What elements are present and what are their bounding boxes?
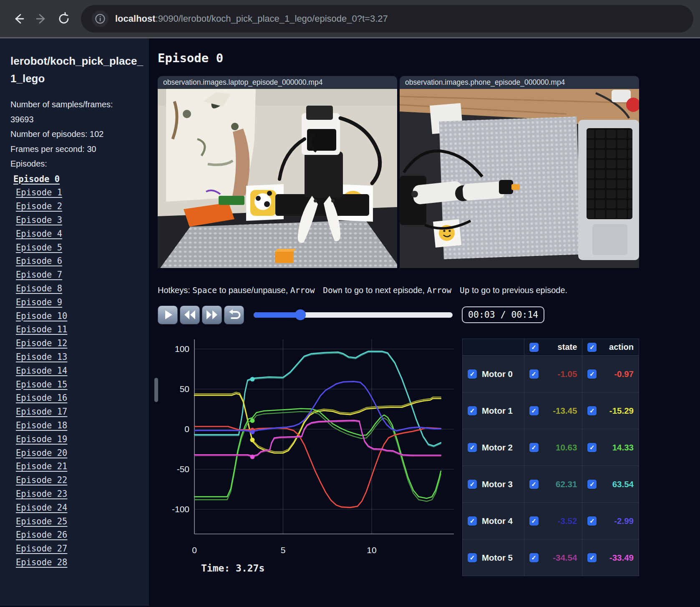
episode-link[interactable]: Episode 27	[16, 544, 67, 554]
episode-link[interactable]: Episode 10	[16, 311, 67, 321]
action-value: -2.99	[614, 516, 634, 526]
person	[166, 89, 256, 202]
chart-time-label: Time: 3.27s	[201, 563, 264, 574]
forward-button[interactable]	[30, 8, 53, 30]
episode-link[interactable]: Episode 18	[16, 420, 67, 430]
checkbox-motor-5-action[interactable]: ✓	[587, 553, 597, 562]
episode-link[interactable]: Episode 26	[16, 530, 67, 540]
site-info-icon[interactable]	[92, 10, 108, 27]
video-phone[interactable]	[400, 89, 639, 268]
video-seek-slider[interactable]	[254, 312, 453, 318]
action-value: -0.97	[614, 369, 634, 379]
episode-link[interactable]: Episode 0	[13, 174, 60, 184]
checkbox-motor-0[interactable]: ✓	[468, 369, 477, 379]
episode-link[interactable]: Episode 28	[16, 557, 67, 567]
sidebar-item-episode-22: Episode 22	[10, 473, 145, 487]
state-value: 62.31	[556, 479, 577, 489]
checkbox-motor-1-action[interactable]: ✓	[587, 406, 597, 415]
sidebar-item-episode-13: Episode 13	[10, 350, 145, 364]
url-bar[interactable]: localhost:9090/lerobot/koch_pick_place_1…	[81, 5, 693, 33]
episode-link[interactable]: Episode 23	[16, 489, 67, 499]
motor-label: Motor 4	[482, 516, 513, 526]
checkbox-motor-1-state[interactable]: ✓	[529, 406, 539, 415]
svg-text:10: 10	[367, 545, 376, 555]
fast-forward-icon	[205, 309, 219, 321]
reload-button[interactable]	[53, 8, 75, 30]
state-value: -13.45	[553, 406, 577, 416]
laptop	[578, 120, 639, 260]
sidebar-item-episode-24: Episode 24	[10, 501, 145, 515]
checkbox-motor-3[interactable]: ✓	[468, 480, 477, 489]
hotkeys-help: Hotkeys: Space to pause/unpause, Arrow D…	[158, 286, 700, 295]
checkbox-motor-4[interactable]: ✓	[468, 516, 477, 526]
chart-canvas[interactable]: 100500-50-1000510Time: 3.27s	[158, 328, 456, 585]
episode-link[interactable]: Episode 19	[16, 434, 67, 444]
checkbox-motor-1[interactable]: ✓	[468, 406, 477, 415]
episode-link[interactable]: Episode 20	[16, 448, 67, 458]
sidebar-item-episode-11: Episode 11	[10, 323, 145, 336]
checkbox-motor-2[interactable]: ✓	[468, 443, 477, 452]
svg-text:0: 0	[184, 424, 189, 434]
action-value: -33.49	[609, 553, 634, 563]
checkbox-motor-2-state[interactable]: ✓	[529, 443, 539, 452]
back-button[interactable]	[8, 8, 30, 30]
sidebar: lerobot/koch_pick_place_1_lego Number of…	[0, 38, 149, 606]
hotkey-key: Arrow Up	[427, 286, 470, 295]
checkbox-motor-4-action[interactable]: ✓	[587, 516, 597, 526]
scrollbar-thumb[interactable]	[154, 378, 158, 402]
checkbox-motor-2-action[interactable]: ✓	[587, 443, 597, 452]
checkbox-column-action[interactable]: ✓	[587, 343, 597, 352]
table-row-motor-5: ✓Motor 5✓-34.54✓-33.49	[463, 539, 639, 576]
episode-link[interactable]: Episode 15	[16, 379, 67, 389]
hotkey-text: to go to previous episode.	[469, 286, 567, 295]
episode-link[interactable]: Episode 6	[16, 256, 62, 266]
episode-link[interactable]: Episode 25	[16, 516, 67, 526]
sidebar-item-episode-7: Episode 7	[10, 268, 145, 282]
slider-fill	[254, 312, 300, 318]
episode-link[interactable]: Episode 3	[16, 215, 62, 225]
episode-link[interactable]: Episode 16	[16, 393, 67, 403]
checkbox-motor-5[interactable]: ✓	[468, 553, 477, 562]
checkbox-motor-4-state[interactable]: ✓	[529, 516, 539, 526]
video-laptop[interactable]	[158, 89, 397, 268]
episode-link[interactable]: Episode 21	[16, 461, 67, 471]
slider-thumb[interactable]	[295, 309, 306, 320]
sidebar-item-episode-0: Episode 0	[10, 172, 145, 186]
play-button[interactable]	[158, 306, 178, 324]
checkbox-motor-0-state[interactable]: ✓	[529, 369, 539, 379]
rewind-button[interactable]	[180, 306, 200, 324]
episode-link[interactable]: Episode 13	[16, 352, 67, 362]
episode-link[interactable]: Episode 5	[16, 243, 62, 253]
motor-label: Motor 3	[482, 479, 513, 489]
checkbox-motor-5-state[interactable]: ✓	[529, 553, 539, 562]
episode-link[interactable]: Episode 12	[16, 338, 67, 348]
motor-table: ✓state✓action✓Motor 0✓-1.05✓-0.97✓Motor …	[462, 339, 639, 576]
sidebar-item-episode-19: Episode 19	[10, 432, 145, 446]
episode-link[interactable]: Episode 4	[16, 229, 62, 239]
episode-link[interactable]: Episode 24	[16, 503, 67, 513]
fast-forward-button[interactable]	[202, 306, 222, 324]
episode-link[interactable]: Episode 14	[16, 366, 67, 376]
episode-link[interactable]: Episode 9	[16, 297, 62, 307]
checkbox-column-state[interactable]: ✓	[529, 343, 539, 352]
sidebar-item-episode-26: Episode 26	[10, 528, 145, 542]
episode-link[interactable]: Episode 11	[16, 324, 67, 334]
episode-link[interactable]: Episode 1	[16, 187, 62, 197]
loop-button[interactable]	[224, 306, 244, 324]
episode-link[interactable]: Episode 17	[16, 407, 67, 417]
svg-text:50: 50	[180, 384, 189, 394]
episode-link[interactable]: Episode 2	[16, 201, 62, 211]
sidebar-item-episode-4: Episode 4	[10, 227, 145, 241]
action-value: 63.54	[612, 479, 634, 489]
episode-link[interactable]: Episode 22	[16, 475, 67, 485]
table-row-motor-4: ✓Motor 4✓-3.52✓-2.99	[463, 503, 639, 539]
episode-link[interactable]: Episode 7	[16, 270, 62, 280]
url-text[interactable]: localhost:9090/lerobot/koch_pick_place_1…	[115, 13, 388, 24]
checkbox-motor-3-action[interactable]: ✓	[587, 480, 597, 489]
checkbox-motor-3-state[interactable]: ✓	[529, 480, 539, 489]
table-row-motor-1: ✓Motor 1✓-13.45✓-15.29	[463, 392, 639, 429]
rewind-icon	[183, 309, 196, 321]
table-row-motor-0: ✓Motor 0✓-1.05✓-0.97	[463, 356, 639, 392]
episode-link[interactable]: Episode 8	[16, 283, 62, 293]
checkbox-motor-0-action[interactable]: ✓	[587, 369, 597, 379]
